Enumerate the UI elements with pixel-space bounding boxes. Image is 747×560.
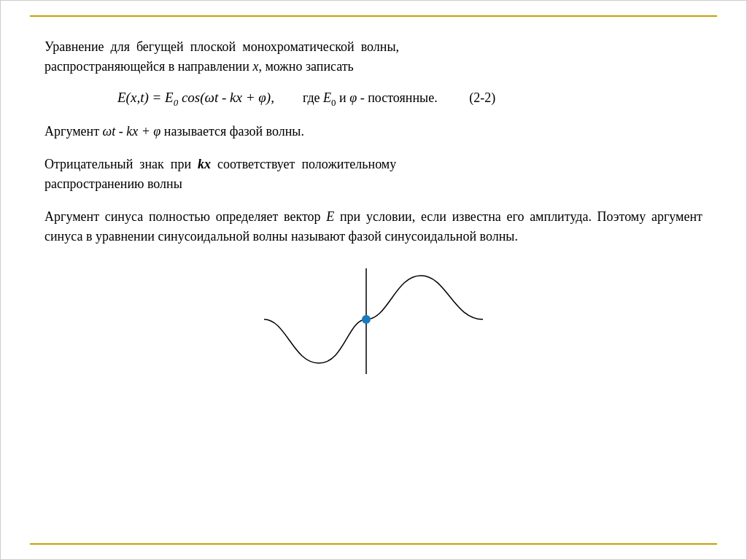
content: Уравнение для бегущей плоской монохромат… bbox=[44, 30, 703, 378]
page-container: Уравнение для бегущей плоской монохромат… bbox=[0, 0, 747, 560]
wave-left-path bbox=[264, 319, 366, 363]
origin-dot bbox=[362, 315, 371, 324]
paragraph-2-text: Аргумент ωt - kx + φ называется фазой во… bbox=[44, 124, 304, 139]
equation-number: (2-2) bbox=[460, 90, 495, 106]
paragraph-4: Аргумент синуса полностью определяет век… bbox=[44, 207, 703, 246]
top-border bbox=[30, 15, 717, 17]
paragraph-2: Аргумент ωt - kx + φ называется фазой во… bbox=[44, 122, 703, 141]
bottom-border bbox=[30, 543, 717, 545]
wave-svg bbox=[220, 261, 527, 378]
equation-block: E(x,t) = E0 cos(ωt - kx + φ), где E0 и φ… bbox=[44, 90, 703, 109]
paragraph-3-text: Отрицательный знак при kx соответствует … bbox=[44, 157, 396, 191]
wave-right-path bbox=[366, 276, 483, 319]
paragraph-1: Уравнение для бегущей плоской монохромат… bbox=[44, 37, 703, 77]
paragraph-4-text: Аргумент синуса полностью определяет век… bbox=[44, 209, 703, 244]
equation-note: где E0 и φ - постоянные. bbox=[296, 90, 438, 109]
equation-formula: E(x,t) = E0 cos(ωt - kx + φ), bbox=[117, 90, 274, 109]
paragraph-3: Отрицательный знак при kx соответствует … bbox=[44, 155, 703, 194]
wave-diagram bbox=[44, 261, 703, 378]
paragraph-1-text: Уравнение для бегущей плоской монохромат… bbox=[44, 39, 399, 74]
